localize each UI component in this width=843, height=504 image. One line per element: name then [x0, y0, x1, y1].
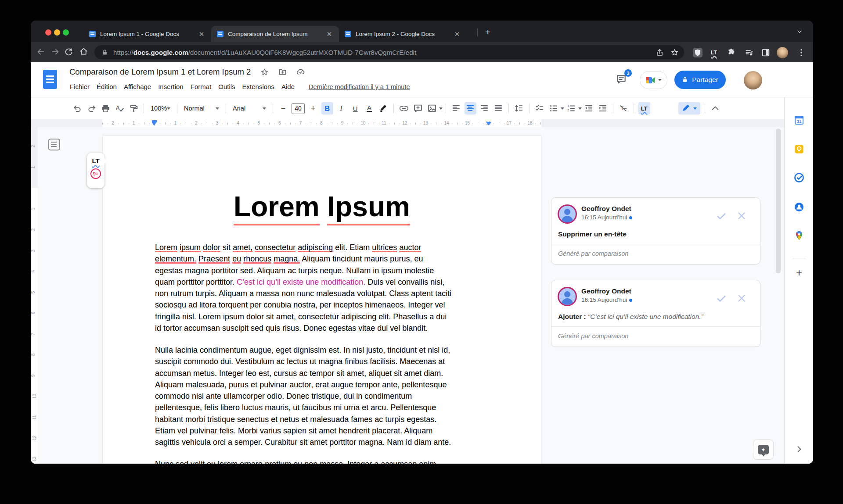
- numbered-list-icon[interactable]: 12: [566, 102, 577, 114]
- user-avatar[interactable]: [744, 71, 762, 89]
- document-outline-icon[interactable]: [48, 139, 60, 150]
- tab-close-icon[interactable]: ✕: [453, 30, 461, 38]
- font-select[interactable]: Arial: [229, 105, 270, 112]
- home-icon[interactable]: [79, 47, 90, 57]
- font-size-value[interactable]: 40: [292, 103, 305, 114]
- undo-icon[interactable]: [72, 102, 83, 114]
- move-folder-icon[interactable]: [278, 68, 287, 76]
- align-right-icon[interactable]: [479, 102, 490, 114]
- comment-card-2[interactable]: Geoffroy Ondet16:15 Aujourd’huiAjouter :…: [551, 280, 760, 347]
- tab-close-icon[interactable]: ✕: [198, 30, 205, 38]
- numbered-list-caret[interactable]: [578, 107, 582, 110]
- close-window-button[interactable]: [45, 29, 51, 36]
- menu-extensions[interactable]: Extensions: [239, 82, 278, 92]
- comment-close-icon[interactable]: [737, 293, 746, 305]
- side-panel-add-icon[interactable]: +: [794, 268, 804, 278]
- image-dropdown-caret[interactable]: [439, 107, 443, 110]
- menu-insertion[interactable]: Insertion: [155, 82, 187, 92]
- underline-icon[interactable]: U: [349, 102, 361, 114]
- zoom-select[interactable]: 100%: [147, 105, 174, 112]
- indent-decrease-icon[interactable]: [583, 102, 595, 114]
- bulleted-list-icon[interactable]: [548, 102, 560, 114]
- languagetool-toolbar-icon[interactable]: LT: [638, 102, 650, 114]
- reload-icon[interactable]: [64, 47, 75, 57]
- address-bar[interactable]: https://docs.google.com/document/d/1uAuX…: [94, 45, 684, 59]
- align-left-icon[interactable]: [450, 102, 462, 114]
- scrollbar-thumb[interactable]: [776, 129, 781, 273]
- share-icon[interactable]: [656, 48, 664, 57]
- bookmark-star-icon[interactable]: [670, 48, 679, 57]
- browser-tab-3[interactable]: Lorem Ipsum 2 - Google Docs✕: [339, 26, 467, 42]
- docs-logo[interactable]: [43, 70, 57, 89]
- reading-list-icon[interactable]: [743, 47, 755, 58]
- checklist-icon[interactable]: [534, 102, 546, 114]
- document-page[interactable]: Lorem Ipsum Lorem ipsum dolor sit amet, …: [102, 136, 541, 464]
- line-spacing-icon[interactable]: [513, 102, 525, 114]
- browser-menu-icon[interactable]: [796, 47, 807, 58]
- languagetool-widget[interactable]: LT 9+: [87, 153, 104, 188]
- italic-icon[interactable]: I: [335, 102, 347, 114]
- tab-search-chevron-icon[interactable]: [796, 29, 803, 36]
- shield-extension-icon[interactable]: [692, 47, 703, 58]
- menu-aide[interactable]: Aide: [278, 82, 298, 92]
- browser-tab-1[interactable]: Lorem Ipsum 1 - Google Docs✕: [83, 26, 211, 42]
- paragraph-1[interactable]: Lorem ipsum dolor sit amet, consectetur …: [155, 242, 490, 334]
- comment-card-1[interactable]: Geoffroy Ondet16:15 Aujourd’huiSupprimer…: [551, 197, 760, 265]
- bulleted-list-caret[interactable]: [561, 107, 564, 110]
- text-color-icon[interactable]: A: [364, 102, 375, 114]
- paragraph-3[interactable]: Nunc sed velit eu lorem ornare pretium e…: [155, 458, 490, 464]
- side-panel-collapse-icon[interactable]: [795, 445, 803, 455]
- meet-button[interactable]: [640, 71, 667, 89]
- gemini-button[interactable]: ✦: [753, 440, 774, 460]
- bold-icon[interactable]: B: [321, 102, 333, 114]
- comment-close-icon[interactable]: [737, 211, 746, 222]
- menu-format[interactable]: Format: [187, 82, 215, 92]
- minimize-window-button[interactable]: [54, 29, 60, 36]
- insert-image-icon[interactable]: [426, 102, 438, 114]
- clear-formatting-icon[interactable]: T: [618, 102, 630, 114]
- tasks-icon[interactable]: [794, 172, 804, 183]
- back-icon[interactable]: [36, 47, 47, 57]
- paragraph-2[interactable]: Nulla lacinia condimentum augue, eget di…: [155, 344, 490, 448]
- styles-select[interactable]: Normal: [180, 105, 223, 112]
- document-title[interactable]: Comparaison de Lorem Ipsum 1 et Lorem Ip…: [69, 67, 251, 77]
- paint-format-icon[interactable]: [128, 102, 140, 114]
- new-tab-button[interactable]: +: [485, 27, 490, 37]
- dark-mode-extension-icon[interactable]: [760, 47, 771, 58]
- calendar-icon[interactable]: 31: [794, 115, 804, 125]
- contacts-icon[interactable]: [794, 202, 804, 212]
- font-size-decrease-icon[interactable]: −: [277, 102, 289, 114]
- extensions-puzzle-icon[interactable]: [726, 47, 737, 58]
- align-center-icon[interactable]: [465, 102, 476, 114]
- menu-fichier[interactable]: Fichier: [66, 82, 93, 92]
- keep-icon[interactable]: [794, 144, 804, 154]
- last-edit-link[interactable]: Dernière modification il y a 1 minute: [309, 83, 410, 90]
- comment-resolve-icon[interactable]: [716, 211, 727, 223]
- menu-édition[interactable]: Édition: [93, 82, 120, 92]
- print-icon[interactable]: [100, 102, 112, 114]
- comment-resolve-icon[interactable]: [716, 293, 727, 306]
- star-document-icon[interactable]: [260, 68, 269, 76]
- zoom-window-button[interactable]: [63, 29, 69, 36]
- editing-mode-button[interactable]: [678, 102, 700, 114]
- forward-icon[interactable]: [50, 47, 61, 57]
- browser-tab-2[interactable]: Comparaison de Lorem Ipsum✕: [211, 26, 339, 42]
- insert-link-icon[interactable]: [398, 102, 410, 114]
- right-indent-marker[interactable]: [486, 122, 491, 125]
- spellcheck-icon[interactable]: A: [114, 102, 126, 114]
- redo-icon[interactable]: [86, 102, 97, 114]
- font-size-increase-icon[interactable]: +: [307, 102, 319, 114]
- browser-profile-avatar[interactable]: [777, 47, 788, 58]
- highlight-color-icon[interactable]: [378, 102, 389, 114]
- justify-icon[interactable]: [493, 102, 504, 114]
- menu-outils[interactable]: Outils: [215, 82, 238, 92]
- share-button[interactable]: Partager: [674, 71, 726, 89]
- indent-increase-icon[interactable]: [597, 102, 609, 114]
- languagetool-extension-icon[interactable]: LT: [708, 47, 720, 58]
- menu-affichage[interactable]: Affichage: [120, 82, 155, 92]
- maps-icon[interactable]: [794, 230, 804, 241]
- toolbar-collapse-icon[interactable]: [709, 102, 721, 114]
- left-indent-marker[interactable]: [152, 120, 157, 126]
- tab-close-icon[interactable]: ✕: [325, 30, 333, 38]
- add-comment-icon[interactable]: [412, 102, 424, 114]
